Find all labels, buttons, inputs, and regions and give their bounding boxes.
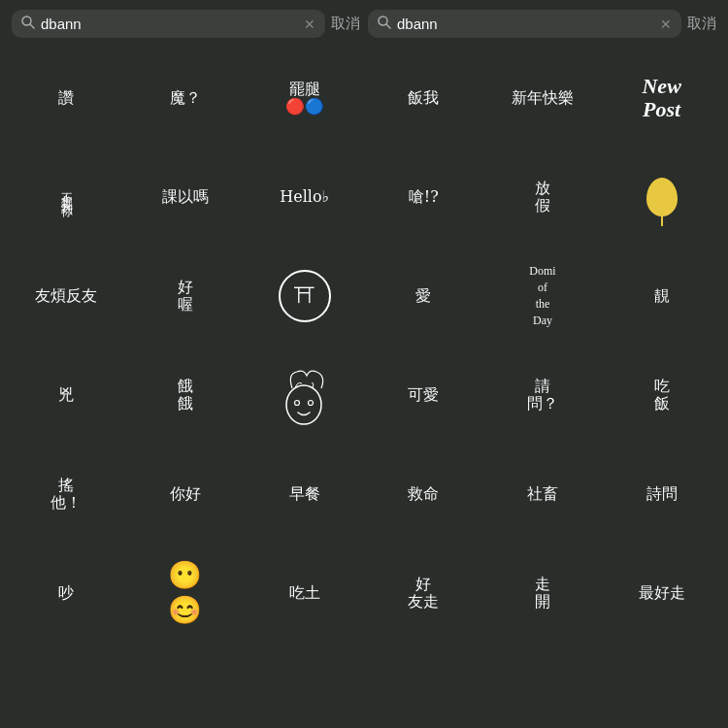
sticker-item[interactable]: 飯我 (365, 50, 482, 147)
sticker-item[interactable]: 詩問 (603, 446, 720, 543)
right-cancel-button[interactable]: 取消 (687, 15, 716, 33)
sticker-item[interactable]: 新年快樂 (484, 50, 602, 147)
left-search-value: dbann (41, 16, 298, 32)
circle-face-icon: ⛩ (279, 270, 331, 322)
sticker-item[interactable]: 兇 (8, 347, 125, 444)
right-search-value: dbann (397, 16, 654, 32)
sticker-item[interactable]: 放 假 (484, 149, 602, 246)
left-search-icon (21, 16, 35, 32)
sticker-item[interactable]: 魔？ (127, 50, 245, 147)
sticker-item[interactable]: 可愛 (365, 347, 482, 444)
svg-point-6 (309, 400, 314, 405)
sticker-item[interactable]: 你好 (127, 446, 245, 543)
sticker-item[interactable]: ⛩ (246, 248, 363, 345)
sticker-grid: 讚魔？罷腿 🔴🔵飯我新年快樂New Post不 想 見 到 你 ～課以嗎Hell… (0, 46, 728, 728)
sticker-item[interactable]: 讚 (8, 50, 125, 147)
sticker-item[interactable]: 救命 (365, 446, 482, 543)
sticker-item[interactable]: 不 想 見 到 你 ～ (8, 149, 125, 246)
svg-line-1 (30, 24, 34, 28)
sticker-item[interactable]: 餓 餓 (127, 347, 245, 444)
sticker-item[interactable]: Domi of the Day (484, 248, 602, 345)
sticker-item[interactable]: 靚 (603, 248, 720, 345)
sticker-item[interactable]: Hello♭ (246, 149, 363, 246)
right-search-icon (378, 16, 391, 32)
sticker-item[interactable]: 好 喔 (127, 248, 245, 345)
sticker-item[interactable]: 課以嗎 (127, 149, 245, 246)
sticker-item[interactable]: 吃 飯 (603, 347, 720, 444)
right-search-group: dbann ✕ 取消 (368, 10, 716, 38)
svg-line-3 (386, 24, 390, 28)
sticker-item[interactable]: 吵 (8, 545, 125, 642)
sticker-item[interactable]: 走 開 (484, 545, 602, 642)
sticker-item[interactable]: 搖 他！ (8, 446, 125, 543)
left-search-input-wrap[interactable]: dbann ✕ (12, 10, 325, 38)
sticker-item[interactable]: 最好走 (603, 545, 720, 642)
search-bars-container: dbann ✕ 取消 dbann ✕ 取消 (0, 0, 728, 46)
left-cancel-button[interactable]: 取消 (331, 15, 360, 33)
sticker-item[interactable]: 愛 (365, 248, 482, 345)
svg-point-4 (286, 385, 321, 424)
sticker-item[interactable]: 嗆!? (365, 149, 482, 246)
sticker-item[interactable]: 罷腿 🔴🔵 (246, 50, 363, 147)
left-clear-button[interactable]: ✕ (304, 17, 315, 32)
right-clear-button[interactable]: ✕ (660, 17, 672, 32)
sticker-item[interactable]: 😶 😊 (127, 545, 245, 642)
sticker-item[interactable] (246, 347, 363, 444)
sticker-item[interactable]: 好 友走 (365, 545, 482, 642)
sticker-item[interactable]: 吃土 (246, 545, 363, 642)
svg-point-5 (295, 400, 300, 405)
sticker-item[interactable]: New Post (603, 50, 720, 147)
sticker-item[interactable]: 社畜 (484, 446, 602, 543)
sticker-item[interactable]: 早餐 (246, 446, 363, 543)
right-search-input-wrap[interactable]: dbann ✕ (368, 10, 681, 38)
left-search-group: dbann ✕ 取消 (12, 10, 360, 38)
balloon-icon (646, 178, 678, 216)
sticker-item[interactable] (603, 149, 720, 246)
sticker-item[interactable]: 請 問？ (484, 347, 602, 444)
sticker-item[interactable]: 友煩反友 (8, 248, 125, 345)
